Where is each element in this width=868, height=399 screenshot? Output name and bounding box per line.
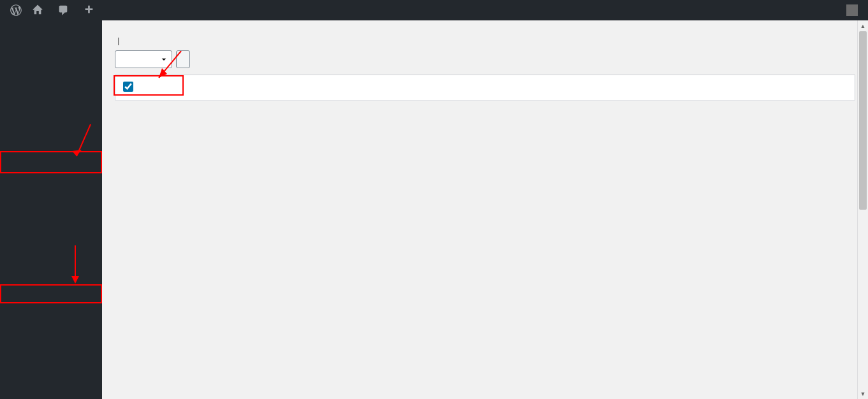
select-all-checkbox[interactable] [123,82,133,92]
new-menu[interactable] [78,0,103,20]
col-plugin[interactable] [141,75,377,101]
wordpress-icon [10,4,22,16]
bulk-action-select[interactable] [115,50,172,68]
comments-link[interactable] [52,0,78,20]
comment-icon [57,4,69,16]
home-icon [32,4,43,16]
wp-logo[interactable] [5,0,27,20]
plugins-table [115,75,855,101]
col-source[interactable] [377,75,613,101]
howdy-account[interactable] [834,0,863,20]
col-type[interactable] [613,75,855,101]
plus-icon [83,4,94,16]
filter-links: | [115,36,855,45]
avatar [846,4,858,16]
admin-topbar [0,0,868,20]
main-content: | [102,20,868,399]
scroll-down-arrow[interactable]: ▼ [858,388,868,399]
scrollbar-thumb[interactable] [859,31,867,210]
bulk-actions [115,50,855,68]
site-home-link[interactable] [27,0,52,20]
apply-button[interactable] [176,50,190,68]
admin-sidebar [0,20,102,399]
select-all-header [115,75,141,101]
scrollbar[interactable]: ▲ ▼ [857,20,868,399]
scroll-up-arrow[interactable]: ▲ [858,20,868,31]
